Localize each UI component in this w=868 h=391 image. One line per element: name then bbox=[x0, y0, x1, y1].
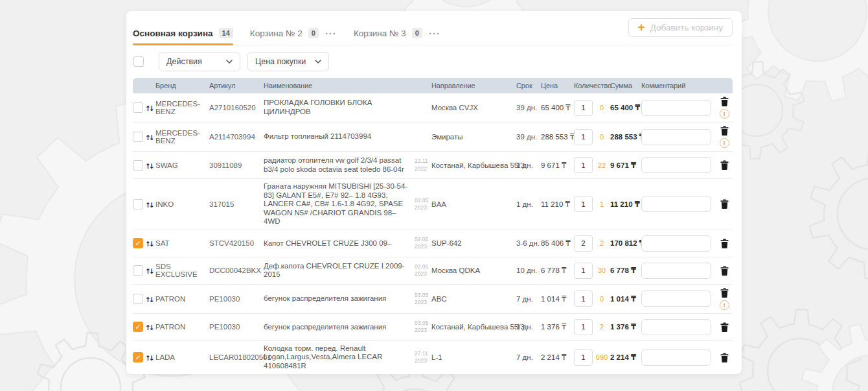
chevron-down-icon bbox=[226, 60, 233, 64]
comment-input[interactable] bbox=[641, 350, 711, 366]
tab-menu-icon[interactable]: ··· bbox=[429, 29, 440, 45]
comment-input[interactable] bbox=[641, 235, 711, 252]
quantity-input[interactable] bbox=[574, 196, 593, 212]
trash-icon[interactable] bbox=[720, 160, 729, 170]
table-row: ↑↓ MERCEDES-BENZ A2114703994 Фильтр топл… bbox=[133, 122, 733, 151]
sum-cell: 6 778 ₸ bbox=[610, 266, 641, 275]
row-checkbox[interactable]: ✓ bbox=[133, 238, 143, 248]
header-price: Цена bbox=[541, 82, 574, 89]
row-checkbox[interactable] bbox=[133, 294, 143, 304]
cart-table: Бренд Артикул Наименование Направление С… bbox=[133, 78, 733, 374]
tab-cart-2[interactable]: Корзина № 2 0 bbox=[250, 28, 319, 45]
price-cell: 2 214 ₸ bbox=[541, 353, 574, 362]
direction-cell: L-1 bbox=[431, 353, 516, 361]
tab-count-badge: 0 bbox=[412, 28, 422, 38]
comment-input[interactable] bbox=[641, 263, 711, 279]
trash-icon[interactable] bbox=[720, 288, 729, 298]
brand-cell: PATRON bbox=[155, 295, 209, 303]
name-cell: Фильтр топливный 2114703994 bbox=[264, 132, 415, 141]
add-cart-label: Добавить корзину bbox=[650, 23, 723, 32]
table-row: ✓ ↑↓ SAT STCV420150 Капот CHEVROLET CRUZ… bbox=[133, 230, 733, 257]
quantity-input[interactable] bbox=[574, 350, 593, 366]
tab-cart-3[interactable]: Корзина № 3 0 bbox=[354, 28, 422, 45]
article-cell: LECAR018020501 bbox=[209, 353, 264, 361]
date-cell: 22.112022 bbox=[415, 158, 431, 172]
date-cell: 03.052023 bbox=[415, 292, 431, 306]
plus-icon: + bbox=[638, 21, 645, 33]
move-row-icon[interactable]: ↑↓ bbox=[145, 162, 153, 170]
tab-count-badge: 14 bbox=[219, 28, 233, 38]
term-cell: 1 дн. bbox=[516, 161, 541, 169]
comment-input[interactable] bbox=[641, 196, 711, 212]
row-checkbox[interactable]: ✓ bbox=[133, 352, 143, 362]
quantity-input[interactable] bbox=[574, 290, 593, 307]
move-row-icon[interactable]: ↑↓ bbox=[145, 104, 153, 112]
brand-cell: SDS EXCLUSIVE bbox=[155, 263, 209, 278]
price-type-dropdown[interactable]: Цена покупки bbox=[247, 52, 329, 71]
available-qty: 690 bbox=[593, 353, 610, 361]
quantity-input[interactable] bbox=[574, 319, 593, 335]
warning-icon: ! bbox=[720, 109, 729, 119]
article-cell: 317015 bbox=[209, 200, 264, 208]
row-checkbox[interactable] bbox=[133, 102, 143, 113]
table-row: ↑↓ INKO 317015 Граната наружняя MITSUBIS… bbox=[133, 178, 733, 230]
price-cell: 1 014 ₸ bbox=[541, 294, 574, 303]
quantity-input[interactable] bbox=[574, 235, 593, 252]
quantity-input[interactable] bbox=[574, 157, 593, 173]
move-row-icon[interactable]: ↑↓ bbox=[145, 324, 153, 331]
name-cell: бегунок распределителя зажигания bbox=[264, 323, 415, 332]
row-checkbox[interactable]: ✓ bbox=[133, 322, 143, 332]
move-row-icon[interactable]: ↑↓ bbox=[145, 296, 153, 303]
move-row-icon[interactable]: ↑↓ bbox=[145, 134, 153, 141]
move-row-icon[interactable]: ↑↓ bbox=[145, 267, 153, 275]
select-all-checkbox[interactable] bbox=[133, 56, 144, 67]
article-cell: PE10030 bbox=[209, 323, 264, 331]
quantity-input[interactable] bbox=[574, 129, 593, 145]
trash-icon[interactable] bbox=[720, 199, 729, 209]
trash-icon[interactable] bbox=[720, 266, 729, 276]
sum-cell: 65 400 ₸ bbox=[610, 103, 641, 112]
term-cell: 1 дн. bbox=[516, 323, 541, 331]
warning-icon: ! bbox=[720, 138, 729, 148]
trash-icon[interactable] bbox=[720, 353, 729, 362]
brand-cell: MERCEDES-BENZ bbox=[155, 129, 209, 145]
move-row-icon[interactable]: ↑↓ bbox=[145, 201, 153, 209]
move-row-icon[interactable]: ↑↓ bbox=[145, 354, 153, 362]
comment-input[interactable] bbox=[641, 157, 711, 173]
available-qty: 2 bbox=[593, 323, 610, 331]
tab-menu-icon[interactable]: ··· bbox=[325, 29, 337, 45]
row-checkbox[interactable] bbox=[133, 199, 143, 209]
direction-cell: SUP-642 bbox=[431, 239, 516, 247]
row-checkbox[interactable] bbox=[133, 265, 143, 276]
name-cell: Деф.капота CHEVROLET CRUZE I 2009-2015 bbox=[264, 262, 415, 279]
comment-input[interactable] bbox=[641, 100, 711, 116]
brand-cell: MERCEDES-BENZ bbox=[155, 100, 209, 115]
header-term: Срок bbox=[516, 82, 541, 89]
actions-dropdown[interactable]: Действия bbox=[159, 52, 240, 71]
header-article: Артикул bbox=[209, 82, 264, 89]
move-row-icon[interactable]: ↑↓ bbox=[145, 240, 153, 248]
article-cell: DCC00042BKX bbox=[209, 267, 264, 274]
quantity-input[interactable] bbox=[574, 100, 593, 116]
direction-cell: Москва CVJX bbox=[431, 104, 516, 112]
trash-icon[interactable] bbox=[720, 126, 729, 136]
tab-main-cart[interactable]: Основная корзина 14 bbox=[133, 28, 233, 45]
date-cell: 27.112023 bbox=[415, 350, 431, 364]
comment-input[interactable] bbox=[641, 129, 711, 145]
row-checkbox[interactable] bbox=[133, 160, 143, 171]
quantity-input[interactable] bbox=[574, 263, 593, 279]
trash-icon[interactable] bbox=[720, 239, 729, 248]
comment-input[interactable] bbox=[641, 290, 711, 307]
term-cell: 39 дн. bbox=[516, 104, 541, 112]
tab-label: Корзина № 3 bbox=[354, 29, 406, 38]
trash-icon[interactable] bbox=[720, 322, 729, 332]
header-sum: Сумма bbox=[610, 82, 641, 89]
comment-input[interactable] bbox=[641, 319, 711, 335]
trash-icon[interactable] bbox=[720, 97, 729, 106]
name-cell: радиатор отопителя vw golf 2/3/4 passat … bbox=[264, 156, 415, 174]
add-cart-button[interactable]: + Добавить корзину bbox=[628, 18, 733, 37]
date-cell: 02.052023 bbox=[415, 263, 431, 278]
header-quantity: Количество bbox=[574, 82, 610, 89]
sum-cell: 170 812 ₸ bbox=[610, 239, 641, 248]
row-checkbox[interactable] bbox=[133, 132, 143, 142]
